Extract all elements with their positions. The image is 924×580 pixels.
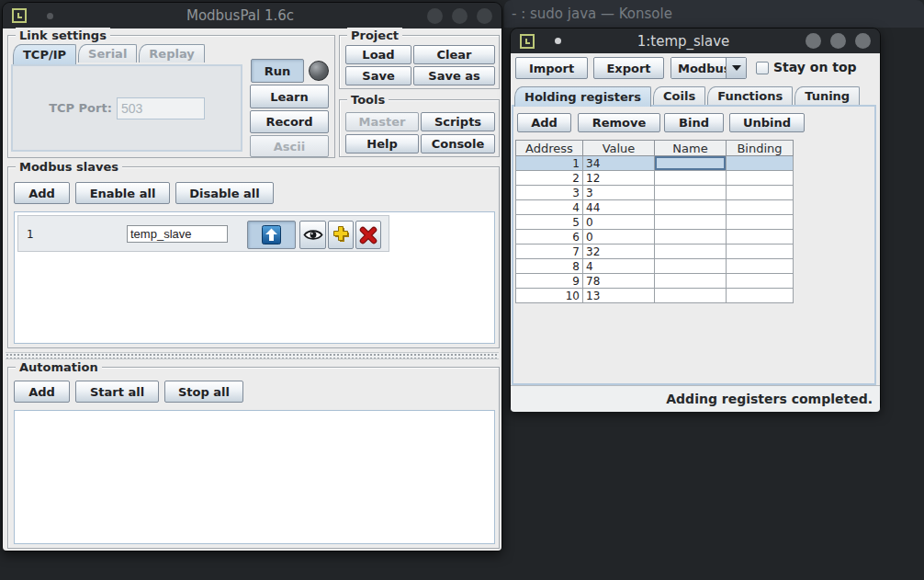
cell-binding[interactable] bbox=[727, 274, 794, 289]
table-row[interactable]: 6 0 bbox=[516, 230, 794, 245]
tab-functions[interactable]: Functions bbox=[707, 86, 793, 105]
cell-address[interactable]: 5 bbox=[516, 215, 583, 230]
cell-address[interactable]: 10 bbox=[516, 289, 583, 303]
cell-address[interactable]: 2 bbox=[516, 171, 583, 186]
col-header-binding[interactable]: Binding bbox=[727, 141, 794, 156]
tab-serial[interactable]: Serial bbox=[78, 44, 137, 63]
cell-name[interactable] bbox=[655, 245, 727, 259]
add-slave-button[interactable]: Add bbox=[14, 182, 70, 204]
cell-binding[interactable] bbox=[727, 259, 794, 274]
table-row[interactable]: 3 3 bbox=[516, 186, 794, 200]
modbus-implementation-combobox[interactable]: Modbus bbox=[670, 57, 747, 79]
tab-tuning[interactable]: Tuning bbox=[794, 86, 860, 105]
view-slave-button[interactable] bbox=[299, 221, 326, 249]
start-all-button[interactable]: Start all bbox=[75, 381, 159, 403]
splitpane-divider[interactable] bbox=[6, 352, 499, 359]
master-button[interactable]: Master bbox=[345, 112, 419, 131]
cell-binding[interactable] bbox=[727, 230, 794, 245]
cell-address[interactable]: 8 bbox=[516, 259, 583, 274]
table-row[interactable]: 7 32 bbox=[516, 245, 794, 259]
clear-button[interactable]: Clear bbox=[413, 45, 495, 64]
cell-name[interactable] bbox=[655, 230, 727, 245]
table-row[interactable]: 8 4 bbox=[516, 259, 794, 274]
export-button[interactable]: Export bbox=[593, 57, 664, 79]
add-register-button[interactable]: Add bbox=[517, 113, 571, 132]
col-header-value[interactable]: Value bbox=[583, 141, 655, 156]
table-header-row[interactable]: Address Value Name Binding bbox=[516, 141, 794, 156]
stay-on-top-checkbox[interactable] bbox=[756, 62, 769, 74]
konsole-titlebar[interactable]: - : sudo java — Konsole bbox=[504, 0, 924, 28]
cell-address[interactable]: 1 bbox=[516, 156, 583, 171]
record-button[interactable]: Record bbox=[250, 110, 329, 133]
table-row[interactable]: 1 34 bbox=[516, 156, 794, 171]
cell-name[interactable] bbox=[655, 259, 727, 274]
modbuspal-titlebar[interactable]: ModbusPal 1.6c bbox=[3, 3, 501, 28]
tab-coils[interactable]: Coils bbox=[653, 86, 705, 105]
cell-binding[interactable] bbox=[727, 156, 794, 171]
close-button[interactable] bbox=[855, 33, 871, 49]
col-header-address[interactable]: Address bbox=[516, 141, 583, 156]
enable-slave-toggle[interactable] bbox=[247, 221, 296, 249]
cell-address[interactable]: 4 bbox=[516, 200, 583, 215]
cell-name[interactable] bbox=[655, 289, 727, 303]
cell-binding[interactable] bbox=[727, 171, 794, 186]
remove-register-button[interactable]: Remove bbox=[578, 113, 660, 132]
cell-name[interactable] bbox=[655, 215, 727, 230]
console-button[interactable]: Console bbox=[421, 134, 495, 154]
add-automation-btn[interactable]: Add bbox=[14, 381, 70, 403]
delete-slave-button[interactable] bbox=[355, 221, 381, 249]
cell-binding[interactable] bbox=[727, 245, 794, 259]
cell-name[interactable] bbox=[655, 274, 727, 289]
bind-button[interactable]: Bind bbox=[664, 113, 724, 132]
cell-value[interactable]: 32 bbox=[583, 245, 655, 259]
tab-tcpip[interactable]: TCP/IP bbox=[13, 44, 76, 64]
tab-holding-registers[interactable]: Holding registers bbox=[514, 86, 651, 107]
registers-table[interactable]: Address Value Name Binding 1 34 bbox=[515, 140, 794, 303]
minimize-button[interactable] bbox=[427, 8, 443, 24]
col-header-name[interactable]: Name bbox=[655, 141, 727, 156]
cell-binding[interactable] bbox=[727, 215, 794, 230]
table-row[interactable]: 10 13 bbox=[516, 289, 794, 303]
maximize-button[interactable] bbox=[452, 8, 468, 24]
enable-all-button[interactable]: Enable all bbox=[75, 182, 170, 204]
table-row[interactable]: 9 78 bbox=[516, 274, 794, 289]
cell-address[interactable]: 6 bbox=[516, 230, 583, 245]
cell-address[interactable]: 3 bbox=[516, 186, 583, 200]
stop-all-button[interactable]: Stop all bbox=[164, 381, 243, 403]
table-row[interactable]: 4 44 bbox=[516, 200, 794, 215]
cell-value[interactable]: 44 bbox=[583, 200, 655, 215]
cell-binding[interactable] bbox=[727, 289, 794, 303]
tcp-port-input[interactable] bbox=[117, 97, 205, 119]
cell-binding[interactable] bbox=[727, 200, 794, 215]
tab-replay[interactable]: Replay bbox=[139, 44, 204, 63]
load-button[interactable]: Load bbox=[345, 45, 411, 64]
disable-all-button[interactable]: Disable all bbox=[175, 182, 274, 204]
import-button[interactable]: Import bbox=[515, 57, 588, 79]
minimize-button[interactable] bbox=[806, 33, 821, 49]
cell-value[interactable]: 13 bbox=[583, 289, 655, 303]
chevron-down-icon[interactable] bbox=[726, 58, 746, 78]
cell-name[interactable] bbox=[655, 156, 727, 171]
cell-name[interactable] bbox=[655, 186, 727, 200]
save-as-button[interactable]: Save as bbox=[413, 66, 495, 85]
cell-value[interactable]: 12 bbox=[583, 171, 655, 186]
cell-value[interactable]: 0 bbox=[583, 230, 655, 245]
run-toggle-button[interactable]: Run bbox=[251, 59, 304, 83]
add-automation-button[interactable] bbox=[328, 221, 354, 249]
slave-titlebar[interactable]: 1:temp_slave bbox=[511, 28, 880, 53]
unbind-button[interactable]: Unbind bbox=[729, 113, 805, 132]
cell-value[interactable]: 0 bbox=[583, 215, 655, 230]
table-row[interactable]: 2 12 bbox=[516, 171, 794, 186]
cell-address[interactable]: 7 bbox=[516, 245, 583, 259]
scripts-button[interactable]: Scripts bbox=[421, 112, 495, 131]
cell-address[interactable]: 9 bbox=[516, 274, 583, 289]
table-row[interactable]: 5 0 bbox=[516, 215, 794, 230]
help-button[interactable]: Help bbox=[345, 134, 419, 154]
ascii-button[interactable]: Ascii bbox=[250, 135, 329, 157]
cell-name[interactable] bbox=[655, 171, 727, 186]
cell-value[interactable]: 4 bbox=[583, 259, 655, 274]
slave-row[interactable]: 1 bbox=[17, 215, 389, 252]
slave-name-input[interactable] bbox=[127, 225, 228, 243]
close-button[interactable] bbox=[477, 8, 492, 24]
cell-value[interactable]: 3 bbox=[583, 186, 655, 200]
